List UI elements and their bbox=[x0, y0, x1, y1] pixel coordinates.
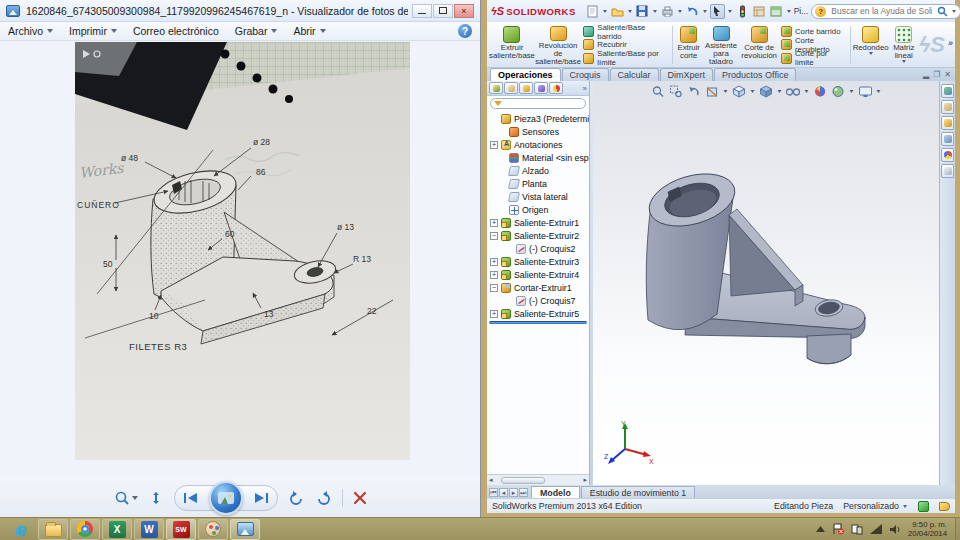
help-icon[interactable]: ? bbox=[458, 24, 472, 38]
tree-item-material[interactable]: Material <sin especific bbox=[487, 151, 589, 164]
tree-item-saliente-extruir4[interactable]: +Saliente-Extruir4 bbox=[487, 268, 589, 281]
doc-minimize-icon[interactable]: ▂ bbox=[923, 70, 929, 79]
tab-dimxpert[interactable]: DimXpert bbox=[660, 68, 714, 81]
fillet-button[interactable]: Redondeo bbox=[852, 24, 888, 66]
view-palette-tab-icon[interactable] bbox=[941, 132, 954, 146]
collapse-icon[interactable]: − bbox=[490, 232, 498, 240]
zoom-to-fit-icon[interactable] bbox=[651, 84, 666, 99]
linear-pattern-button[interactable]: Matriz lineal bbox=[889, 24, 919, 66]
revolve-boss-button[interactable]: Revolución de saliente/base bbox=[535, 24, 581, 66]
hole-wizard-button[interactable]: Asistente para taladro bbox=[703, 24, 739, 66]
display-monitor-icon[interactable] bbox=[851, 524, 863, 535]
chevron-down-icon[interactable] bbox=[678, 10, 682, 13]
tab-modelo[interactable]: Modelo bbox=[531, 486, 580, 498]
expand-icon[interactable]: + bbox=[490, 219, 498, 227]
tree-item-anotaciones[interactable]: +Anotaciones bbox=[487, 138, 589, 151]
menu-correo[interactable]: Correo electrónico bbox=[133, 25, 219, 37]
actual-size-icon[interactable] bbox=[148, 490, 164, 506]
properties-icon[interactable] bbox=[752, 4, 767, 19]
expand-icon[interactable]: + bbox=[490, 141, 498, 149]
doc-restore-icon[interactable]: ❐ bbox=[933, 70, 940, 79]
dimxpert-manager-tab-icon[interactable] bbox=[534, 82, 548, 94]
chevron-down-icon[interactable] bbox=[628, 10, 632, 13]
file-explorer-tab-icon[interactable] bbox=[941, 116, 954, 130]
taskbar-solidworks[interactable]: SW bbox=[166, 519, 196, 540]
minimize-button[interactable] bbox=[412, 4, 432, 18]
tree-item-cortar-extruir1[interactable]: −Cortar-Extruir1 bbox=[487, 281, 589, 294]
window-options-icon[interactable] bbox=[769, 4, 784, 19]
close-button[interactable]: × bbox=[454, 4, 474, 18]
scroll-right-icon[interactable]: ▸ bbox=[581, 476, 589, 484]
show-hidden-icons[interactable] bbox=[816, 526, 825, 532]
undo-icon[interactable] bbox=[685, 4, 700, 19]
chevron-down-icon[interactable] bbox=[724, 90, 728, 93]
tab-estudio-movimiento[interactable]: Estudio de movimiento 1 bbox=[581, 486, 695, 498]
menu-archivo[interactable]: Archivo bbox=[8, 25, 53, 37]
quick-tips-icon[interactable] bbox=[918, 501, 929, 512]
tree-item-alzado[interactable]: Alzado bbox=[487, 164, 589, 177]
edit-appearance-icon[interactable] bbox=[813, 84, 828, 99]
scroll-next-icon[interactable]: ▸ bbox=[509, 488, 518, 497]
view-orientation-icon[interactable] bbox=[732, 84, 747, 99]
tree-item-saliente-extruir1[interactable]: +Saliente-Extruir1 bbox=[487, 216, 589, 229]
chevron-down-icon[interactable] bbox=[751, 90, 755, 93]
apply-scene-icon[interactable] bbox=[831, 84, 846, 99]
tree-item-origen[interactable]: Origen bbox=[487, 203, 589, 216]
tags-icon[interactable] bbox=[939, 502, 950, 511]
select-tool-icon[interactable] bbox=[710, 4, 725, 19]
next-image-icon[interactable] bbox=[253, 492, 269, 504]
display-manager-tab-icon[interactable] bbox=[549, 82, 563, 94]
chevron-down-icon[interactable] bbox=[952, 10, 956, 13]
appearances-tab-icon[interactable] bbox=[941, 148, 954, 162]
search-input[interactable] bbox=[829, 5, 934, 17]
scroll-last-icon[interactable]: ⏭ bbox=[519, 488, 528, 497]
tree-horizontal-scrollbar[interactable]: ◂ ▸ bbox=[487, 474, 589, 485]
zoom-icon[interactable] bbox=[114, 490, 138, 506]
taskbar-word[interactable]: W bbox=[134, 519, 164, 540]
tab-croquis[interactable]: Croquis bbox=[562, 68, 609, 81]
chevron-down-icon[interactable] bbox=[653, 10, 657, 13]
taskbar-chrome[interactable] bbox=[70, 519, 100, 540]
expand-icon[interactable]: + bbox=[490, 258, 498, 266]
new-document-icon[interactable] bbox=[585, 4, 600, 19]
tree-item-saliente-extruir2[interactable]: −Saliente-Extruir2 bbox=[487, 229, 589, 242]
tree-item-pieza3[interactable]: Pieza3 (Predeterminado bbox=[487, 112, 589, 125]
scrollbar-thumb[interactable] bbox=[501, 477, 545, 484]
clock[interactable]: 9:50 p. m. 20/04/2014 bbox=[908, 520, 947, 538]
expand-icon[interactable]: + bbox=[490, 271, 498, 279]
scroll-prev-icon[interactable]: ◂ bbox=[499, 488, 508, 497]
volume-icon[interactable] bbox=[889, 524, 901, 535]
doc-close-icon[interactable]: ✕ bbox=[944, 70, 951, 79]
chevron-down-icon[interactable] bbox=[603, 10, 607, 13]
chevron-down-icon[interactable] bbox=[805, 90, 809, 93]
collapse-icon[interactable]: − bbox=[490, 284, 498, 292]
boundary-boss-button[interactable]: Saliente/Base por límite bbox=[583, 52, 667, 65]
tab-calcular[interactable]: Calcular bbox=[610, 68, 659, 81]
tab-operaciones[interactable]: Operaciones bbox=[490, 68, 561, 81]
tree-item-saliente-extruir5[interactable]: +Saliente-Extruir5 bbox=[487, 307, 589, 320]
chevron-down-icon[interactable] bbox=[850, 90, 854, 93]
chevron-down-icon[interactable] bbox=[728, 10, 732, 13]
taskbar-internet-explorer[interactable]: e bbox=[6, 519, 36, 540]
solidworks-titlebar[interactable]: ϟS SOLIDWORKS Pi... bbox=[487, 0, 955, 22]
tree-item-croquis7[interactable]: (-) Croquis7 bbox=[487, 294, 589, 307]
play-slideshow-button[interactable] bbox=[209, 481, 243, 515]
custom-properties-tab-icon[interactable] bbox=[941, 164, 954, 178]
display-style-icon[interactable] bbox=[759, 84, 774, 99]
property-manager-tab-icon[interactable] bbox=[504, 82, 518, 94]
options-traffic-light-icon[interactable] bbox=[735, 4, 750, 19]
menu-abrir[interactable]: Abrir bbox=[293, 25, 325, 37]
show-desktop-button[interactable] bbox=[955, 518, 960, 540]
configuration-manager-tab-icon[interactable] bbox=[519, 82, 533, 94]
extrude-boss-button[interactable]: Extruir saliente/base bbox=[489, 24, 535, 66]
extrude-cut-button[interactable]: Extruir corte bbox=[675, 24, 703, 66]
open-document-icon[interactable] bbox=[610, 4, 625, 19]
ribbon-overflow-icon[interactable]: » bbox=[948, 38, 953, 48]
chevron-down-icon[interactable] bbox=[787, 10, 791, 13]
previous-view-icon[interactable] bbox=[687, 84, 702, 99]
rollback-bar[interactable] bbox=[489, 321, 587, 324]
search-box[interactable]: ? bbox=[811, 4, 960, 19]
menu-imprimir[interactable]: Imprimir bbox=[69, 25, 117, 37]
photo-viewer-titlebar[interactable]: 1620846_674305009300984_1179920996245467… bbox=[0, 0, 480, 22]
scroll-first-icon[interactable]: ⏮ bbox=[489, 488, 498, 497]
